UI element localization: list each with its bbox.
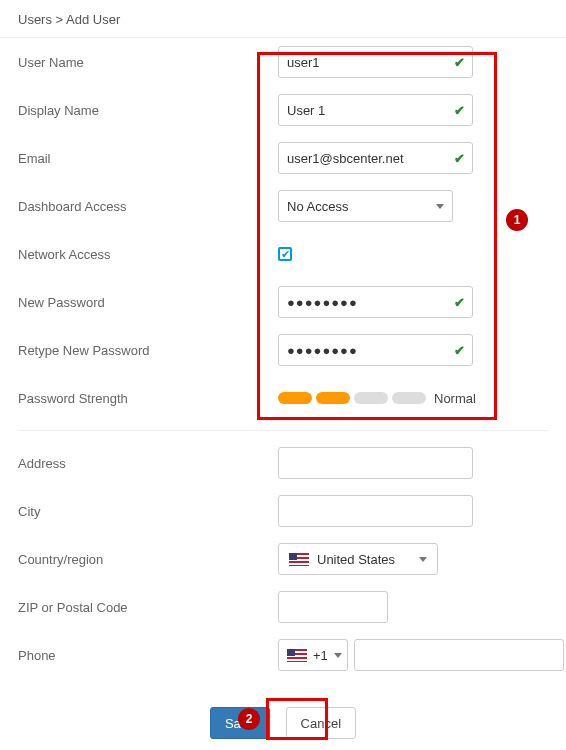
dashboard-label: Dashboard Access: [18, 199, 278, 214]
retype-input[interactable]: [278, 334, 473, 366]
us-flag-icon: [287, 649, 307, 662]
annotation-callout-2: 2: [238, 708, 260, 730]
address-input[interactable]: [278, 447, 473, 479]
check-icon: ✔: [454, 295, 465, 310]
strength-bar: [392, 392, 426, 404]
strength-meter: Normal: [278, 391, 476, 406]
caret-down-icon: [419, 557, 427, 562]
strength-bar: [316, 392, 350, 404]
username-input[interactable]: [278, 46, 473, 78]
email-label: Email: [18, 151, 278, 166]
phone-code-value: +1: [313, 648, 328, 663]
breadcrumb: Users > Add User: [0, 0, 566, 38]
city-input[interactable]: [278, 495, 473, 527]
strength-label: Password Strength: [18, 391, 278, 406]
dashboard-value: No Access: [287, 199, 348, 214]
check-icon: ✔: [454, 151, 465, 166]
breadcrumb-parent[interactable]: Users: [18, 12, 52, 27]
newpass-label: New Password: [18, 295, 278, 310]
annotation-callout-1: 1: [506, 209, 528, 231]
check-icon: ✔: [454, 343, 465, 358]
divider: [18, 430, 548, 431]
phone-input[interactable]: [354, 639, 564, 671]
zip-input[interactable]: [278, 591, 388, 623]
country-select[interactable]: United States: [278, 543, 438, 575]
displayname-input[interactable]: [278, 94, 473, 126]
zip-label: ZIP or Postal Code: [18, 600, 278, 615]
phone-code-select[interactable]: +1: [278, 639, 348, 671]
username-label: User Name: [18, 55, 278, 70]
phone-label: Phone: [18, 648, 278, 663]
country-value: United States: [317, 552, 411, 567]
netaccess-checkbox[interactable]: ✔: [278, 247, 292, 261]
country-label: Country/region: [18, 552, 278, 567]
retype-label: Retype New Password: [18, 343, 278, 358]
caret-down-icon: [334, 653, 342, 658]
check-icon: ✔: [454, 103, 465, 118]
newpass-input[interactable]: [278, 286, 473, 318]
strength-text: Normal: [434, 391, 476, 406]
strength-bar: [354, 392, 388, 404]
displayname-label: Display Name: [18, 103, 278, 118]
check-icon: ✔: [454, 55, 465, 70]
caret-down-icon: [436, 204, 444, 209]
us-flag-icon: [289, 553, 309, 566]
breadcrumb-sep: >: [56, 12, 64, 27]
dashboard-select[interactable]: No Access: [278, 190, 453, 222]
netaccess-label: Network Access: [18, 247, 278, 262]
cancel-button[interactable]: Cancel: [286, 707, 356, 739]
breadcrumb-current: Add User: [66, 12, 120, 27]
email-input[interactable]: [278, 142, 473, 174]
strength-bar: [278, 392, 312, 404]
city-label: City: [18, 504, 278, 519]
address-label: Address: [18, 456, 278, 471]
